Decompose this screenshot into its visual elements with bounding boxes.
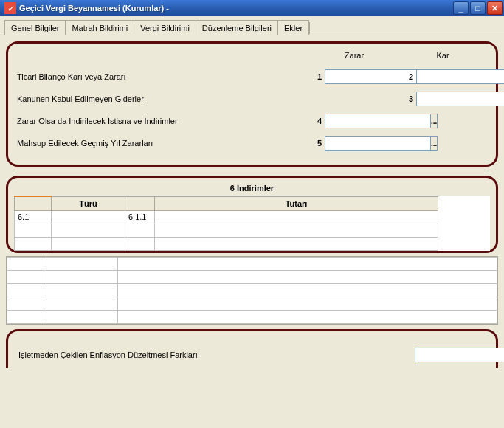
table-row[interactable]: [7, 310, 497, 323]
cell-6-1[interactable]: 6.1: [15, 210, 52, 224]
table-row[interactable]: [7, 297, 497, 310]
input-2-kar[interactable]: [416, 69, 504, 84]
app-icon: ✓: [4, 2, 16, 14]
panel-indirimler: 6 İndirimler Türü Tutarı 6.1 6.1.1: [6, 176, 498, 253]
grid-indirimler[interactable]: Türü Tutarı 6.1 6.1.1: [14, 196, 490, 251]
table-row[interactable]: [15, 237, 490, 250]
lookup-5-zarar[interactable]: ...: [431, 136, 438, 151]
table-row[interactable]: [7, 257, 497, 270]
close-button[interactable]: ✕: [487, 1, 503, 15]
panel2-title: 6 İndirimler: [14, 182, 490, 196]
header-zarar: Zarar: [310, 51, 398, 60]
num-3: 3: [403, 94, 413, 103]
cell-tutar[interactable]: [155, 210, 438, 224]
panel1-headers: Zarar Kar: [17, 51, 487, 60]
lookup-4-zarar[interactable]: ...: [431, 114, 438, 128]
input-4-zarar[interactable]: [325, 114, 431, 128]
input-3-kar[interactable]: [416, 92, 504, 106]
ellipsis-icon: ...: [431, 117, 437, 125]
tab-separator: [309, 22, 310, 34]
label-enflasyon: İşletmeden Çekilen Enflasyon Düzeltmesi …: [18, 351, 415, 359]
num-5: 5: [311, 139, 322, 148]
tab-matrah-bildirimi[interactable]: Matrah Bildirimi: [65, 20, 134, 35]
tab-vergi-bildirimi[interactable]: Vergi Bildirimi: [134, 20, 196, 35]
window-title: Geçici Vergi Beyannamesi (Kurumlar) -: [19, 4, 453, 13]
header-kar: Kar: [398, 51, 487, 60]
panel-matrah-inputs: Zarar Kar Ticari Bilanço Karı veya Zarar…: [6, 41, 498, 167]
table-row[interactable]: [15, 224, 490, 237]
grid-secondary-container: [6, 256, 498, 325]
row-zarar-olsa: Zarar Olsa da İndirilecek İstisna ve İnd…: [17, 113, 487, 129]
num-1: 1: [311, 72, 322, 81]
num-2: 2: [403, 72, 413, 81]
label-ticari-bilanco: Ticari Bilanço Karı veya Zararı: [17, 72, 311, 81]
row-enflasyon: İşletmeden Çekilen Enflasyon Düzeltmesi …: [18, 348, 486, 362]
col-turu: Türü: [52, 196, 125, 210]
grid-secondary[interactable]: [7, 257, 497, 324]
row-kanunen-kabul: Kanunen Kabul Edilmeyen Giderler 3 ...: [17, 91, 487, 107]
cell-turu[interactable]: [52, 210, 125, 224]
col-tutari: Tutarı: [155, 196, 438, 210]
tab-ekler[interactable]: Ekler: [277, 20, 309, 35]
row-mahsup: Mahsup Edilecek Geçmiş Yıl Zararları 5 .…: [17, 135, 487, 151]
col-sub: [125, 196, 155, 210]
label-kanunen-kabul: Kanunen Kabul Edilmeyen Giderler: [17, 94, 311, 103]
label-mahsup: Mahsup Edilecek Geçmiş Yıl Zararları: [17, 139, 311, 148]
titlebar: ✓ Geçici Vergi Beyannamesi (Kurumlar) - …: [0, 0, 504, 16]
row-ticari-bilanco: Ticari Bilanço Karı veya Zararı 1 ... 2 …: [17, 69, 487, 85]
tab-duzenleme-bilgileri[interactable]: Düzenleme Bilgileri: [196, 20, 278, 35]
ellipsis-icon: ...: [431, 139, 437, 148]
maximize-button[interactable]: □: [470, 1, 486, 15]
input-5-zarar[interactable]: [325, 136, 431, 151]
tab-bar: Genel Bilgiler Matrah Bildirimi Vergi Bi…: [0, 16, 504, 35]
content-area: Zarar Kar Ticari Bilanço Karı veya Zarar…: [0, 35, 504, 374]
window-controls: _ □ ✕: [453, 1, 503, 15]
table-row[interactable]: [7, 270, 497, 283]
tab-genel-bilgiler[interactable]: Genel Bilgiler: [4, 20, 66, 35]
table-row[interactable]: [7, 283, 497, 297]
input-1-zarar[interactable]: [325, 69, 431, 84]
panel-enflasyon: İşletmeden Çekilen Enflasyon Düzeltmesi …: [6, 329, 498, 368]
col-rownum: [15, 196, 52, 210]
minimize-button[interactable]: _: [453, 1, 469, 15]
input-enflasyon[interactable]: [415, 348, 504, 362]
table-row[interactable]: 6.1 6.1.1: [15, 210, 490, 224]
num-4: 4: [311, 117, 322, 125]
label-zarar-olsa: Zarar Olsa da İndirilecek İstisna ve İnd…: [17, 117, 311, 125]
cell-6-1-1[interactable]: 6.1.1: [125, 210, 155, 224]
